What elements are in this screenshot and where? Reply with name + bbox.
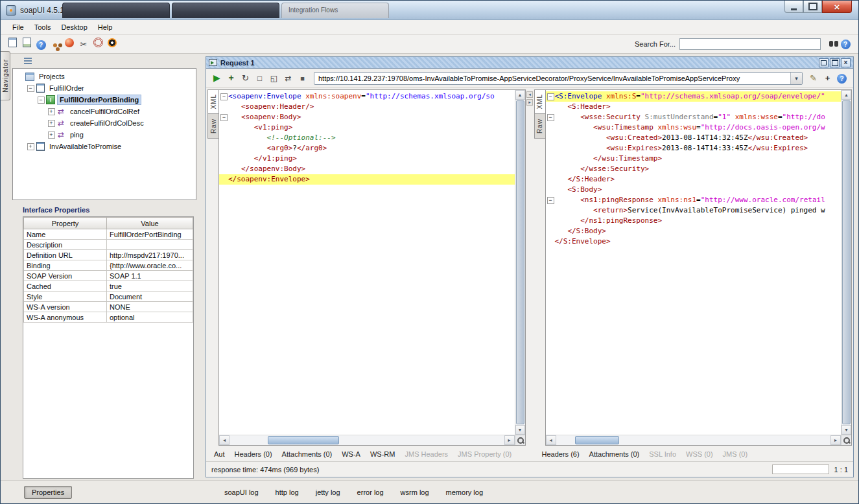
help-icon[interactable] — [835, 72, 849, 86]
property-row[interactable]: NameFulfillOrderPortBinding — [24, 229, 193, 240]
tab-aut[interactable]: Aut — [214, 450, 225, 458]
help-icon[interactable] — [34, 39, 47, 52]
plus-expander-icon[interactable] — [26, 143, 35, 150]
property-row[interactable]: Cachedtrue — [24, 281, 193, 292]
new-workspace-icon[interactable] — [6, 36, 19, 49]
background-tab[interactable]: Integration Flows — [281, 3, 389, 18]
fold-marker-icon[interactable] — [546, 195, 555, 205]
tab-ws-a[interactable]: WS-A — [342, 450, 360, 458]
plus-expander-icon[interactable] — [47, 108, 56, 115]
scroll-down-button[interactable] — [515, 425, 525, 435]
request-window-titlebar[interactable]: Request 1 — [206, 57, 853, 69]
request-xml-editor[interactable]: <soapenv:Envelope xmlns:soapenv="http://… — [218, 89, 526, 446]
tab-attachments-0[interactable]: Attachments (0) — [589, 450, 640, 458]
maximize-button[interactable] — [803, 1, 822, 13]
tab-headers-0[interactable]: Headers (0) — [235, 450, 272, 458]
editor-tab-xml[interactable]: XML — [534, 89, 545, 114]
tree-item-fulfillorder[interactable]: FulfillOrder — [13, 82, 196, 94]
editor-tab-raw[interactable]: Raw — [207, 114, 218, 139]
scroll-up-button[interactable] — [515, 90, 525, 100]
log-tab-jetty-log[interactable]: jetty log — [316, 488, 340, 496]
submit-button[interactable] — [210, 71, 224, 85]
close-button[interactable] — [822, 1, 852, 13]
frame-maximize-button[interactable] — [830, 58, 840, 67]
scroll-left-button[interactable] — [546, 435, 556, 445]
scroll-left-button[interactable] — [219, 435, 229, 445]
navigator-tab[interactable]: Navigator — [1, 51, 10, 100]
dropdown-arrow-icon[interactable] — [790, 73, 802, 84]
response-xml-editor[interactable]: <S:Envelope xmlns:S="http://schemas.xmls… — [545, 89, 853, 446]
property-row[interactable]: StyleDocument — [24, 292, 193, 302]
horizontal-scrollbar[interactable] — [219, 435, 515, 445]
minus-expander-icon[interactable] — [26, 85, 35, 92]
editor-tab-raw[interactable]: Raw — [534, 114, 545, 139]
navigator-options-icon[interactable] — [23, 56, 33, 65]
endpoint-edit-icon[interactable] — [806, 71, 820, 85]
log-tab-http-log[interactable]: http log — [276, 488, 299, 496]
menu-help[interactable]: Help — [93, 21, 118, 33]
plus-expander-icon[interactable] — [47, 120, 56, 127]
add-endpoint-icon[interactable] — [821, 71, 834, 85]
property-row[interactable]: WS-A versionNONE — [24, 302, 193, 312]
search-input[interactable] — [679, 38, 821, 50]
property-row[interactable]: WS-A anonymousoptional — [24, 312, 193, 323]
cancel-request-icon[interactable] — [296, 72, 309, 86]
tree-item-invavailabletopromise[interactable]: InvAvailableToPromise — [13, 141, 196, 152]
log-tab-memory-log[interactable]: memory log — [446, 488, 483, 496]
properties-button[interactable]: Properties — [24, 486, 72, 499]
menu-file[interactable]: File — [7, 21, 29, 33]
log-tab-soapui-log[interactable]: soapUI log — [224, 488, 259, 496]
property-row[interactable]: SOAP VersionSOAP 1.1 — [24, 271, 193, 281]
property-row[interactable]: Binding{http://www.oracle.co... — [24, 260, 193, 271]
background-tab[interactable] — [172, 3, 279, 18]
help-icon[interactable] — [839, 38, 852, 51]
scroll-up-button[interactable] — [841, 90, 851, 100]
scroll-down-button[interactable] — [841, 425, 851, 435]
property-row[interactable]: Description — [24, 240, 193, 250]
forum-icon[interactable] — [49, 39, 62, 52]
collapse-left-icon[interactable] — [526, 91, 533, 98]
horizontal-scrollbar[interactable] — [546, 435, 841, 445]
cut-icon[interactable] — [77, 38, 90, 51]
tab-ws-rm[interactable]: WS-RM — [370, 450, 395, 458]
search-icon[interactable] — [825, 38, 838, 51]
magnifier-icon[interactable] — [515, 435, 525, 445]
tab-headers-6[interactable]: Headers (6) — [542, 450, 580, 458]
editor-splitter[interactable] — [526, 89, 534, 446]
create-copy-icon[interactable] — [267, 72, 281, 86]
tree-item-cancelfulfilordcolref[interactable]: cancelFulfilOrdColRef — [13, 106, 196, 117]
vertical-scrollbar[interactable] — [841, 90, 851, 435]
scrollbar-thumb[interactable] — [842, 100, 851, 424]
add-to-mockservice-icon[interactable] — [239, 71, 252, 85]
scroll-right-button[interactable] — [504, 435, 515, 445]
add-to-testcase-icon[interactable] — [224, 71, 238, 85]
log-tab-wsrm-log[interactable]: wsrm log — [401, 488, 429, 496]
collapse-right-icon[interactable] — [526, 99, 533, 106]
scrollbar-thumb[interactable] — [575, 436, 619, 444]
fold-marker-icon[interactable] — [546, 112, 555, 122]
menu-tools[interactable]: Tools — [29, 21, 56, 33]
property-row[interactable]: Definition URLhttp://mspdv217:1970... — [24, 250, 193, 260]
fold-marker-icon[interactable] — [219, 112, 228, 122]
tree-item-fulfillorderportbinding[interactable]: FulfillOrderPortBinding — [13, 94, 196, 106]
tree-item-createfulfilordcoldesc[interactable]: createFulfilOrdColDesc — [13, 117, 196, 129]
editor-tab-xml[interactable]: XML — [207, 89, 218, 114]
import-project-icon[interactable] — [20, 36, 33, 49]
tab-attachments-0[interactable]: Attachments (0) — [282, 450, 333, 458]
log-tab-error-log[interactable]: error log — [357, 488, 384, 496]
tree-item-ping[interactable]: ping — [13, 129, 196, 141]
minimize-button[interactable] — [784, 1, 803, 13]
plus-expander-icon[interactable] — [47, 132, 56, 139]
fold-marker-icon[interactable] — [219, 91, 228, 102]
magnifier-icon[interactable] — [841, 435, 851, 445]
scrollbar-track[interactable] — [229, 435, 504, 445]
recreate-request-icon[interactable] — [253, 72, 266, 86]
endpoint-dropdown[interactable]: https://10.141.29.237:19708/oms-InvAvail… — [314, 72, 803, 85]
web-icon[interactable] — [63, 36, 76, 49]
tree-item-projects[interactable]: Projects — [13, 71, 196, 82]
preferences-icon[interactable] — [91, 36, 104, 49]
frame-close-button[interactable] — [841, 58, 851, 67]
frame-restore-button[interactable] — [819, 58, 829, 67]
fold-marker-icon[interactable] — [546, 91, 555, 102]
scrollbar-thumb[interactable] — [516, 100, 524, 424]
